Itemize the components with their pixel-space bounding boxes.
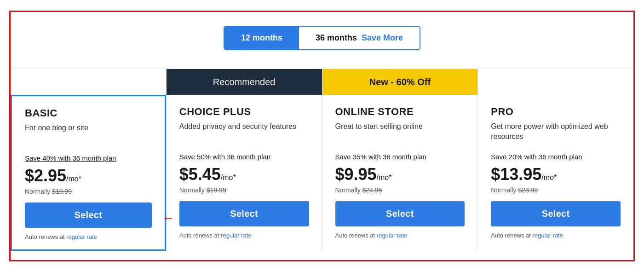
toggle-36months[interactable]: 36 months Save More bbox=[299, 27, 420, 49]
billing-toggle-group: 12 months 36 months Save More bbox=[224, 26, 420, 50]
plan-choice-plus-normal-price: Normally $19.99 bbox=[179, 186, 309, 194]
plan-basic-price-value: $2.95/mo* bbox=[25, 166, 81, 185]
plan-basic-auto-renew: Auto renews at regular rate bbox=[25, 233, 152, 240]
plan-basic-body: BASIC For one blog or site Save 40% with… bbox=[11, 95, 166, 251]
plan-choice-plus-body: CHOICE PLUS Added privacy and security f… bbox=[167, 95, 322, 251]
plan-choice-plus-auto-renew: Auto renews at regular rate bbox=[179, 232, 309, 239]
plan-online-store-name: ONLINE STORE bbox=[335, 106, 465, 118]
toggle-36months-label: 36 months bbox=[316, 33, 357, 42]
plan-choice-plus-price: $5.45/mo* bbox=[179, 166, 309, 183]
plan-online-store: New - 60% Off ONLINE STORE Great to star… bbox=[322, 69, 478, 251]
plan-basic-rate-link[interactable]: regular rate bbox=[66, 233, 97, 240]
plan-pro: PRO Get more power with optimized web re… bbox=[478, 69, 633, 251]
plan-pro-select-btn[interactable]: Select bbox=[491, 201, 621, 226]
pricing-container: 12 months 36 months Save More BASIC For … bbox=[9, 11, 635, 261]
plan-online-store-auto-renew: Auto renews at regular rate bbox=[335, 232, 465, 239]
save-more-label: Save More bbox=[362, 33, 403, 42]
plan-basic-price: $2.95/mo* bbox=[25, 168, 152, 184]
plan-basic-select-btn[interactable]: Select bbox=[25, 203, 152, 228]
plan-pro-save-link[interactable]: Save 20% with 36 month plan bbox=[491, 153, 621, 161]
plan-pro-desc: Get more power with optimized web resour… bbox=[491, 122, 621, 144]
plan-choice-plus-price-value: $5.45/mo* bbox=[179, 165, 236, 184]
plan-pro-badge bbox=[478, 69, 633, 95]
plan-basic-name: BASIC bbox=[25, 107, 152, 119]
billing-toggle-bar: 12 months 36 months Save More bbox=[11, 21, 633, 55]
plan-pro-normal-price: Normally $28.99 bbox=[491, 186, 621, 194]
plan-online-store-normal-price: Normally $24.95 bbox=[335, 186, 465, 194]
plans-grid: BASIC For one blog or site Save 40% with… bbox=[11, 69, 633, 251]
plan-basic-badge bbox=[11, 69, 166, 95]
plan-choice-plus: Recommended CHOICE PLUS Added privacy an… bbox=[167, 69, 322, 251]
plan-basic-normal-price: Normally $10.99 bbox=[25, 188, 152, 195]
plan-choice-plus-name: CHOICE PLUS bbox=[179, 106, 309, 118]
plan-choice-plus-select-btn[interactable]: Select bbox=[179, 201, 309, 226]
plan-pro-name: PRO bbox=[491, 106, 621, 118]
plan-basic: BASIC For one blog or site Save 40% with… bbox=[11, 69, 167, 251]
plan-choice-plus-badge: Recommended bbox=[167, 69, 322, 95]
plan-online-store-price-value: $9.95/mo* bbox=[335, 165, 392, 184]
red-arrow-indicator: ← bbox=[162, 211, 175, 226]
plan-basic-save-link[interactable]: Save 40% with 36 month plan bbox=[25, 154, 152, 162]
plan-online-store-body: ONLINE STORE Great to start selling onli… bbox=[322, 95, 478, 251]
plan-pro-price-value: $13.95/mo* bbox=[491, 165, 557, 184]
plan-online-store-select-btn[interactable]: Select bbox=[335, 201, 465, 226]
plan-basic-select-wrapper: Select ← bbox=[25, 203, 152, 233]
plan-online-store-badge: New - 60% Off bbox=[322, 69, 478, 95]
plan-choice-plus-save-link[interactable]: Save 50% with 36 month plan bbox=[179, 153, 309, 161]
plan-online-store-price: $9.95/mo* bbox=[335, 166, 465, 183]
plan-choice-plus-rate-link[interactable]: regular rate bbox=[221, 232, 251, 239]
plan-online-store-rate-link[interactable]: regular rate bbox=[377, 232, 407, 239]
plan-basic-desc: For one blog or site bbox=[25, 123, 152, 145]
plan-pro-price: $13.95/mo* bbox=[491, 166, 621, 183]
plan-online-store-desc: Great to start selling online bbox=[335, 122, 465, 144]
plan-pro-body: PRO Get more power with optimized web re… bbox=[478, 95, 633, 251]
plan-pro-rate-link[interactable]: regular rate bbox=[533, 232, 563, 239]
plan-online-store-save-link[interactable]: Save 35% with 36 month plan bbox=[335, 153, 465, 161]
plan-pro-auto-renew: Auto renews at regular rate bbox=[491, 232, 621, 239]
toggle-12months[interactable]: 12 months bbox=[224, 27, 299, 49]
plan-choice-plus-desc: Added privacy and security features bbox=[179, 122, 309, 144]
